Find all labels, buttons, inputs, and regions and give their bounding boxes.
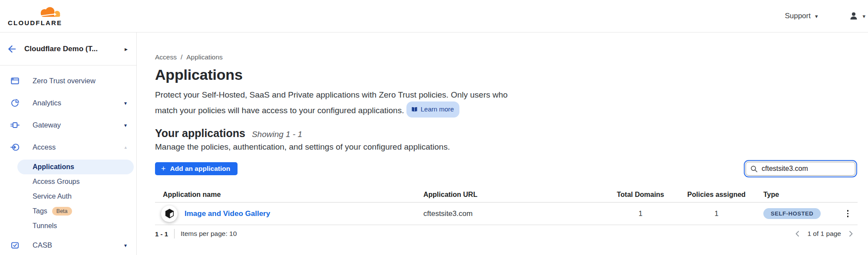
cloudflare-cloud-icon: [36, 6, 64, 19]
add-application-label: Add an application: [170, 165, 231, 173]
user-menu[interactable]: ▾: [849, 11, 866, 21]
breadcrumb: Access / Applications: [155, 54, 858, 61]
search-input[interactable]: [762, 165, 851, 173]
breadcrumb-separator: /: [181, 53, 182, 61]
chevron-down-icon: ▾: [124, 101, 127, 106]
application-url: cftestsite3.com: [423, 209, 608, 218]
breadcrumb-access[interactable]: Access: [155, 53, 177, 61]
sidebar-item-label: Access: [33, 143, 56, 151]
items-range: 1 - 1: [155, 230, 168, 238]
sidebar-item-casb[interactable]: CASB ▾: [0, 234, 136, 255]
section-title: Your applications: [155, 127, 245, 140]
learn-more-link[interactable]: Learn more: [406, 101, 460, 118]
sidebar-item-applications[interactable]: Applications: [17, 160, 134, 174]
sidebar-item-label: Tunnels: [33, 219, 57, 233]
type-badge: SELF-HOSTED: [763, 208, 821, 219]
page-indicator: 1 of 1 page: [807, 230, 841, 238]
chevron-down-icon: ▾: [815, 13, 818, 19]
column-application-url: Application URL: [423, 191, 608, 199]
application-name-link[interactable]: Image and Video Gallery: [185, 209, 270, 218]
sidebar-item-label: CASB: [33, 241, 52, 249]
sidebar-item-gateway[interactable]: Gateway ▾: [0, 114, 136, 136]
chevron-down-icon: ▾: [862, 13, 865, 19]
chevron-right-icon: ▸: [125, 46, 128, 52]
top-header: CLOUDFLARE Support ▾ ▾: [0, 0, 868, 33]
previous-page-icon[interactable]: [793, 229, 802, 238]
sidebar-item-label: Access Groups: [33, 174, 79, 189]
support-label: Support: [785, 12, 811, 20]
column-type: Type: [760, 191, 838, 199]
application-search[interactable]: [746, 162, 855, 176]
sidebar-nav: Zero Trust overview Analytics ▾ Gateway …: [0, 65, 136, 255]
main-content: Access / Applications Applications Prote…: [137, 33, 868, 255]
cloudflare-wordmark: CLOUDFLARE: [8, 19, 64, 26]
chevron-up-icon: ▴: [124, 145, 127, 150]
sidebar-item-access[interactable]: Access ▴: [0, 136, 136, 158]
sidebar-item-label: Tags: [33, 204, 47, 219]
section-subheading: Manage the policies, authentication, and…: [155, 141, 858, 153]
support-menu[interactable]: Support ▾: [785, 12, 818, 20]
plus-icon: +: [161, 165, 166, 173]
sidebar-item-tunnels[interactable]: Tunnels: [17, 219, 134, 233]
account-name: Cloudflare Demo (T...: [24, 45, 117, 53]
column-application-name: Application name: [155, 191, 423, 199]
person-icon: [849, 11, 858, 21]
application-cube-icon: [161, 206, 178, 222]
cloudflare-logo[interactable]: CLOUDFLARE: [8, 6, 64, 26]
learn-more-label: Learn more: [421, 103, 454, 116]
sidebar-item-label: Applications: [33, 160, 74, 174]
sidebar-item-access-groups[interactable]: Access Groups: [17, 174, 134, 189]
window-icon: [10, 76, 20, 85]
sidebar-item-zero-trust-overview[interactable]: Zero Trust overview: [0, 70, 136, 92]
casb-check-icon: [10, 241, 20, 250]
pie-chart-icon: [10, 98, 20, 108]
sidebar-item-label: Zero Trust overview: [33, 77, 96, 85]
beta-badge: Beta: [52, 207, 72, 216]
back-arrow-icon[interactable]: [7, 44, 17, 54]
access-login-icon: [10, 143, 20, 152]
row-actions-kebab-icon[interactable]: [845, 208, 851, 219]
sidebar-item-label: Gateway: [33, 121, 61, 129]
column-policies-assigned: Policies assigned: [673, 191, 760, 199]
chevron-down-icon: ▾: [124, 243, 127, 248]
book-icon: [411, 107, 418, 112]
add-application-button[interactable]: + Add an application: [155, 162, 238, 175]
search-icon: [750, 165, 758, 173]
column-total-domains: Total Domains: [608, 191, 673, 199]
chevron-down-icon: ▾: [124, 123, 127, 128]
gateway-icon: [10, 121, 20, 130]
applications-table: Application name Application URL Total D…: [155, 187, 858, 225]
account-switcher[interactable]: Cloudflare Demo (T... ▸: [0, 33, 136, 65]
sidebar-item-tags[interactable]: Tags Beta: [17, 204, 134, 219]
access-submenu: Applications Access Groups Service Auth …: [0, 160, 136, 233]
page-title: Applications: [155, 66, 858, 83]
sidebar-item-label: Service Auth: [33, 189, 72, 204]
table-row: Image and Video Gallery cftestsite3.com …: [155, 203, 858, 225]
breadcrumb-applications[interactable]: Applications: [186, 53, 223, 61]
sidebar: Cloudflare Demo (T... ▸ Zero Trust overv…: [0, 33, 137, 255]
pagination: 1 - 1 Items per page: 10 1 of 1 page: [155, 225, 858, 239]
sidebar-item-analytics[interactable]: Analytics ▾: [0, 92, 136, 114]
total-domains-value: 1: [608, 209, 673, 218]
divider: [174, 229, 175, 239]
table-header-row: Application name Application URL Total D…: [155, 187, 858, 203]
next-page-icon[interactable]: [846, 229, 855, 238]
sidebar-item-service-auth[interactable]: Service Auth: [17, 189, 134, 204]
page-description: Protect your Self-Hosted, SaaS and Priva…: [155, 88, 525, 118]
sidebar-item-label: Analytics: [33, 99, 61, 107]
items-per-page: Items per page: 10: [181, 230, 237, 238]
showing-count: Showing 1 - 1: [252, 130, 302, 139]
policies-assigned-value: 1: [673, 209, 760, 218]
